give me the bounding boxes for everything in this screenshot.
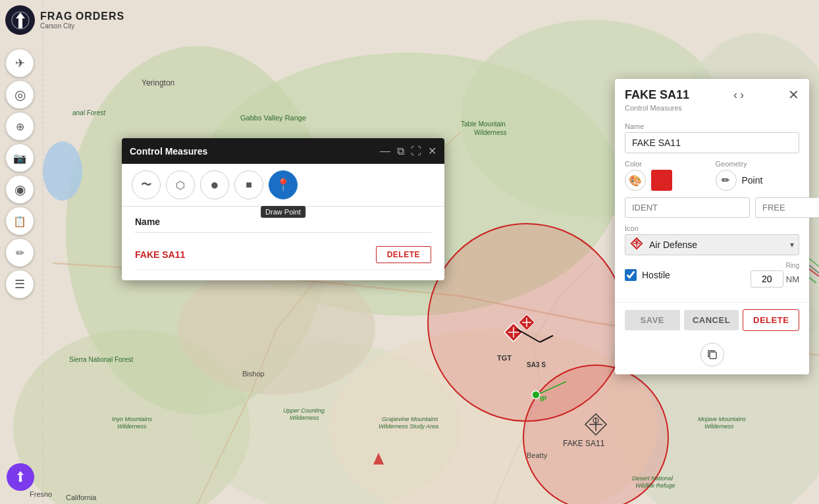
line-tool-button[interactable]: 〜 xyxy=(132,170,161,199)
svg-text:SA3 S: SA3 S xyxy=(527,361,546,368)
svg-text:Grapevine Mountains: Grapevine Mountains xyxy=(382,416,438,422)
point-tool-button[interactable]: 📍 xyxy=(269,170,298,199)
svg-text:Upper Counting: Upper Counting xyxy=(283,407,325,414)
svg-text:Table Mountain: Table Mountain xyxy=(461,120,506,128)
dp-color-section: Color 🎨 xyxy=(625,160,709,191)
svg-text:IP: IP xyxy=(540,395,546,403)
plane-landing-button[interactable]: ⊕ xyxy=(6,113,34,140)
dp-color-label: Color xyxy=(625,160,709,168)
dp-cancel-button[interactable]: CANCEL xyxy=(684,310,739,330)
dp-free-input[interactable] xyxy=(755,197,819,218)
dp-actions: SAVE CANCEL DELETE xyxy=(615,302,809,338)
svg-text:Gabbs Valley Range: Gabbs Valley Range xyxy=(240,114,306,122)
dp-content: Name Color 🎨 Geometry ✏ Point xyxy=(615,117,809,302)
cm-maximize-button[interactable]: ⛶ xyxy=(411,145,421,157)
cm-window-controls: — ⧉ ⛶ ✕ xyxy=(380,145,436,157)
cm-restore-button[interactable]: ⧉ xyxy=(397,145,404,157)
edit-button[interactable]: ✏ xyxy=(6,239,34,266)
cm-name-header: Name xyxy=(135,216,431,227)
dp-delete-button[interactable]: DELETE xyxy=(743,309,799,331)
dp-icon-in-select xyxy=(630,237,643,253)
svg-text:Wilderness: Wilderness xyxy=(474,129,506,136)
airplane-button[interactable]: ✈ xyxy=(6,49,34,77)
dp-hostile-row: Hostile Ring NM xyxy=(625,262,799,288)
dp-ring-unit: NM xyxy=(786,274,799,284)
svg-text:Wilderness: Wilderness xyxy=(117,423,147,430)
dp-ring-section: Ring NM xyxy=(751,262,799,288)
dp-next-button[interactable]: › xyxy=(740,88,744,102)
action-button[interactable] xyxy=(7,463,34,491)
svg-text:TGT: TGT xyxy=(497,354,512,362)
cm-body: Name FAKE SA11 DELETE xyxy=(122,207,444,280)
svg-text:Beatty: Beatty xyxy=(527,451,548,459)
logo-text: FRAG ORDERS Carson City xyxy=(40,11,124,30)
svg-text:Desert National: Desert National xyxy=(632,475,674,482)
svg-text:Mojave Mountains: Mojave Mountains xyxy=(698,416,747,422)
cm-divider xyxy=(135,232,431,233)
svg-point-20 xyxy=(532,391,540,399)
dp-ident-free-row xyxy=(625,197,799,218)
dp-copy-button[interactable] xyxy=(700,343,724,366)
dp-icon-select[interactable]: Air Defense Artillery Infantry xyxy=(625,234,799,255)
clipboard-button[interactable]: 📋 xyxy=(6,207,34,235)
detail-panel: FAKE SA11 ‹ › ✕ Control Measures Name Co… xyxy=(615,79,809,374)
dp-color-row: 🎨 xyxy=(625,170,709,191)
svg-text:Yerington: Yerington xyxy=(142,78,174,88)
rectangle-tool-button[interactable]: ■ xyxy=(234,170,263,199)
dp-hostile-checkbox[interactable] xyxy=(625,269,637,281)
dp-name-input[interactable] xyxy=(625,132,799,153)
logo-subtitle: Carson City xyxy=(40,22,124,30)
cm-close-button[interactable]: ✕ xyxy=(428,145,436,157)
cm-toolbar: 〜 ⬡ ● ■ 📍 Draw Point xyxy=(122,164,444,207)
dp-color-geometry-row: Color 🎨 Geometry ✏ Point xyxy=(625,160,799,191)
dp-geometry-section: Geometry ✏ Point xyxy=(716,160,800,191)
svg-marker-62 xyxy=(17,471,24,479)
dp-save-button[interactable]: SAVE xyxy=(625,310,680,330)
dp-header: FAKE SA11 ‹ › ✕ xyxy=(615,79,809,103)
svg-text:Wilderness: Wilderness xyxy=(704,423,734,430)
sidebar: ✈ ◎ ⊕ 📷 ◉ 📋 ✏ ☰ xyxy=(0,0,40,504)
cm-header: Control Measures — ⧉ ⛶ ✕ xyxy=(122,138,444,164)
svg-text:Wilderness: Wilderness xyxy=(290,415,319,421)
dp-title: FAKE SA11 xyxy=(625,88,689,102)
svg-text:California: California xyxy=(66,493,97,501)
dp-ring-label: Ring xyxy=(785,262,799,269)
svg-text:Sierra National Forest: Sierra National Forest xyxy=(69,356,133,363)
dp-icon-select-wrapper: Air Defense Artillery Infantry ▾ xyxy=(625,234,799,255)
svg-point-10 xyxy=(43,141,82,201)
cm-minimize-button[interactable]: — xyxy=(380,145,390,157)
dp-nav: ‹ › xyxy=(733,88,744,102)
circle-tool-button[interactable]: ● xyxy=(200,170,229,199)
dp-color-swatch[interactable] xyxy=(651,170,672,191)
dp-geometry-value: Point xyxy=(742,175,763,186)
svg-text:FAKE SA11: FAKE SA11 xyxy=(563,439,605,448)
dp-prev-button[interactable]: ‹ xyxy=(733,88,737,102)
radar-button[interactable]: ◎ xyxy=(6,81,34,109)
dp-hostile-label: Hostile xyxy=(642,270,745,280)
polygon-tool-button[interactable]: ⬡ xyxy=(166,170,195,199)
svg-rect-68 xyxy=(710,352,716,359)
dp-close-button[interactable]: ✕ xyxy=(788,87,799,103)
dp-name-label: Name xyxy=(625,122,799,130)
cm-item-name[interactable]: FAKE SA11 xyxy=(135,249,185,260)
cm-row: FAKE SA11 DELETE xyxy=(135,239,431,270)
dp-ident-input[interactable] xyxy=(625,197,750,218)
logo-title2: ORDERS xyxy=(76,11,124,22)
camera-button[interactable]: 📷 xyxy=(6,144,34,172)
dp-palette-button[interactable]: 🎨 xyxy=(625,170,646,191)
svg-text:Wilderness Study Area: Wilderness Study Area xyxy=(379,423,438,430)
dp-geometry-edit-button[interactable]: ✏ xyxy=(716,170,737,191)
target-button[interactable]: ◉ xyxy=(6,176,34,203)
dp-geometry-label: Geometry xyxy=(716,160,800,168)
svg-point-63 xyxy=(19,479,22,482)
cm-delete-button[interactable]: DELETE xyxy=(376,246,431,263)
cm-title: Control Measures xyxy=(130,146,207,157)
svg-text:Wildlife Refuge: Wildlife Refuge xyxy=(635,482,675,489)
list-button[interactable]: ☰ xyxy=(6,270,34,298)
dp-breadcrumb: Control Measures xyxy=(615,103,809,117)
dp-ring-input[interactable] xyxy=(751,270,783,288)
control-measures-panel: Control Measures — ⧉ ⛶ ✕ 〜 ⬡ ● ■ 📍 Draw … xyxy=(122,138,444,280)
dp-footer xyxy=(615,338,809,374)
svg-text:anal Forest: anal Forest xyxy=(72,109,106,116)
svg-text:Inyo Mountains: Inyo Mountains xyxy=(112,416,153,422)
